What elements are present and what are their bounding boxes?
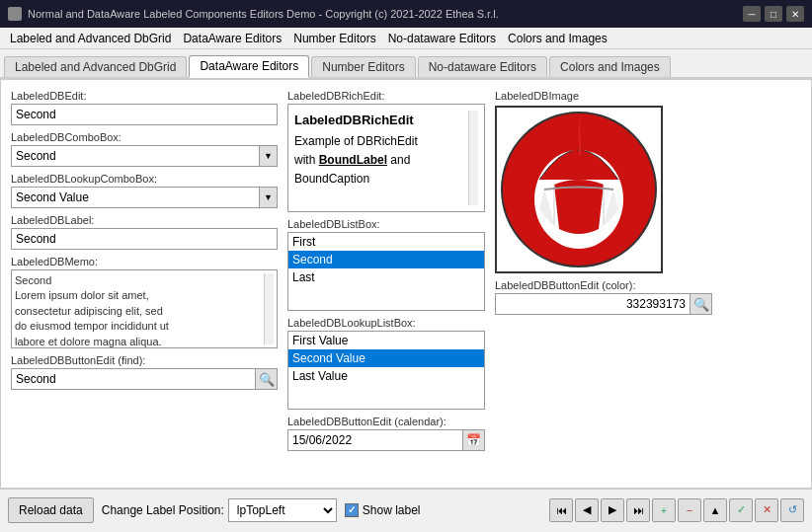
db-edit-label: LabeledDBEdit: (11, 90, 278, 102)
db-combobox-wrapper: ▼ (11, 145, 278, 167)
db-edit-input[interactable] (11, 104, 278, 125)
bottom-bar: Reload data Change Label Position: lpTop… (0, 489, 812, 530)
app-icon (8, 7, 22, 21)
db-label-group: LabeledDBLabel: (11, 214, 278, 250)
db-button-find-input[interactable] (12, 370, 255, 388)
reload-data-button[interactable]: Reload data (8, 497, 94, 523)
db-rich-edit-group: LabeledDBRichEdit: LabeledDBRichEdit Exa… (287, 90, 485, 212)
show-label-group: Show label (345, 503, 421, 517)
minimize-button[interactable]: ─ (743, 6, 761, 22)
db-rich-edit-box[interactable]: LabeledDBRichEdit Example of DBRichEdit … (287, 104, 485, 212)
menu-nodataware[interactable]: No-dataware Editors (382, 30, 502, 47)
nav-first-btn[interactable]: ⏮ (549, 498, 573, 522)
tab-bar: Labeled and Advanced DbGrid DataAware Ed… (0, 49, 812, 79)
menu-bar: Labeled and Advanced DbGrid DataAware Ed… (0, 28, 812, 49)
db-listbox-group: LabeledDBListBox: First Second Last (287, 218, 485, 311)
db-label-input[interactable] (11, 228, 278, 250)
db-lookup-combo-wrapper: ▼ (11, 187, 278, 208)
db-image-container (495, 106, 663, 273)
main-content: LabeledDBEdit: LabeledDBComboBox: ▼ Labe… (0, 79, 812, 489)
lookup-list-item-last[interactable]: Last Value (288, 367, 484, 385)
db-lookup-combo-label: LabeledDBLookupComboBox: (11, 173, 278, 185)
navigation-controls: ⏮ ◀ ▶ ⏭ + − ▲ ✓ ✕ ↺ (549, 498, 804, 522)
nav-next-btn[interactable]: ▶ (601, 498, 624, 522)
db-button-calendar-group: LabeledDBButtonEdit (calendar): 📅 (287, 416, 485, 451)
db-button-calendar-label: LabeledDBButtonEdit (calendar): (287, 416, 485, 427)
db-calendar-input[interactable] (288, 431, 462, 449)
show-label-text: Show label (363, 503, 421, 517)
lookup-list-item-second[interactable]: Second Value (288, 349, 484, 367)
db-lookup-combo-group: LabeledDBLookupComboBox: ▼ (11, 173, 278, 208)
column-1: LabeledDBEdit: LabeledDBComboBox: ▼ Labe… (11, 90, 278, 478)
db-edit-group: LabeledDBEdit: (11, 90, 278, 125)
label-position-select[interactable]: lpTopLeft lpTopRight lpBottomLeft lpBott… (228, 498, 337, 522)
tab-colors-images[interactable]: Colors and Images (549, 56, 671, 77)
change-label-text: Change Label Position: (102, 503, 224, 517)
nav-delete-btn[interactable]: − (678, 498, 701, 522)
db-color-search-btn[interactable]: 🔍 (690, 294, 711, 314)
db-lookup-listbox[interactable]: First Value Second Value Last Value (287, 331, 485, 410)
trojan-helmet-image (500, 111, 658, 268)
column-2: LabeledDBRichEdit: LabeledDBRichEdit Exa… (287, 90, 485, 478)
rich-title: LabeledDBRichEdit (294, 111, 468, 130)
db-lookup-combo-input[interactable] (12, 189, 259, 206)
db-image-label: LabeledDBImage (495, 90, 712, 102)
db-button-color-group: LabeledDBButtonEdit (color): 332393173 🔍 (495, 279, 712, 315)
menu-number-editors[interactable]: Number Editors (287, 30, 381, 47)
db-button-color-label: LabeledDBButtonEdit (color): (495, 279, 712, 291)
list-item-second[interactable]: Second (288, 251, 484, 268)
db-label-label: LabeledDBLabel: (11, 214, 278, 226)
nav-prev-btn[interactable]: ◀ (575, 498, 599, 522)
db-button-find-label: LabeledDBButtonEdit (find): (11, 354, 278, 366)
db-memo-text: SecondLorem ipsum dolor sit amet,consect… (15, 273, 264, 344)
title-bar: Normal and DataAware Labeled Components … (0, 0, 812, 28)
nav-last-btn[interactable]: ⏭ (626, 498, 650, 522)
calendar-btn[interactable]: 📅 (462, 430, 484, 450)
maximize-button[interactable]: □ (765, 6, 782, 22)
show-label-checkbox[interactable] (345, 503, 359, 517)
db-rich-edit-label: LabeledDBRichEdit: (287, 90, 485, 102)
db-combobox-dropdown-btn[interactable]: ▼ (259, 146, 277, 166)
db-lookup-combo-dropdown-btn[interactable]: ▼ (259, 188, 277, 207)
tab-nodataware-editors[interactable]: No-dataware Editors (418, 56, 547, 77)
rich-line2: with BoundLabel and (294, 151, 468, 169)
db-memo-label: LabeledDBMemo: (11, 256, 278, 267)
db-color-value: 332393173 (496, 295, 690, 313)
tab-dataaware-editors[interactable]: DataAware Editors (189, 55, 309, 78)
label-position-group: Change Label Position: lpTopLeft lpTopRi… (102, 498, 337, 522)
nav-insert-btn[interactable]: + (652, 498, 676, 522)
menu-dataaware[interactable]: DataAware Editors (177, 30, 287, 47)
db-combobox-group: LabeledDBComboBox: ▼ (11, 131, 278, 167)
db-listbox-label: LabeledDBListBox: (287, 218, 485, 230)
db-rich-edit-text: LabeledDBRichEdit Example of DBRichEdit … (294, 111, 468, 205)
db-button-find-btn[interactable]: 🔍 (255, 369, 277, 389)
db-image-group: LabeledDBImage (495, 90, 712, 273)
list-item-last[interactable]: Last (288, 268, 484, 286)
close-button[interactable]: ✕ (786, 6, 804, 22)
rich-line1: Example of DBRichEdit (294, 132, 468, 150)
db-listbox[interactable]: First Second Last (287, 232, 485, 311)
db-calendar-wrapper: 📅 (287, 429, 485, 451)
tab-labeled-dbgrid[interactable]: Labeled and Advanced DbGrid (4, 56, 187, 77)
db-combobox-label: LabeledDBComboBox: (11, 131, 278, 143)
tab-number-editors[interactable]: Number Editors (311, 56, 415, 77)
rich-scrollbar[interactable] (468, 111, 478, 205)
nav-check-btn[interactable]: ✓ (729, 498, 753, 522)
rich-line3: BoundCaption (294, 170, 468, 188)
window-title: Normal and DataAware Labeled Components … (28, 8, 499, 20)
db-combobox-input[interactable] (12, 147, 259, 165)
window-controls: ─ □ ✕ (743, 6, 804, 22)
lookup-list-item-first[interactable]: First Value (288, 332, 484, 349)
db-button-find-wrapper: 🔍 (11, 368, 278, 390)
db-memo-box[interactable]: SecondLorem ipsum dolor sit amet,consect… (11, 269, 278, 348)
db-memo-group: LabeledDBMemo: SecondLorem ipsum dolor s… (11, 256, 278, 348)
nav-refresh-btn[interactable]: ↺ (780, 498, 804, 522)
memo-scrollbar[interactable] (264, 273, 274, 344)
db-lookup-list-label: LabeledDBLookupListBox: (287, 317, 485, 329)
db-lookup-list-group: LabeledDBLookupListBox: First Value Seco… (287, 317, 485, 410)
menu-labeled-dbgrid[interactable]: Labeled and Advanced DbGrid (4, 30, 177, 47)
list-item-first[interactable]: First (288, 233, 484, 251)
nav-up-btn[interactable]: ▲ (703, 498, 727, 522)
menu-colors-images[interactable]: Colors and Images (502, 30, 613, 47)
nav-cancel-btn[interactable]: ✕ (755, 498, 778, 522)
